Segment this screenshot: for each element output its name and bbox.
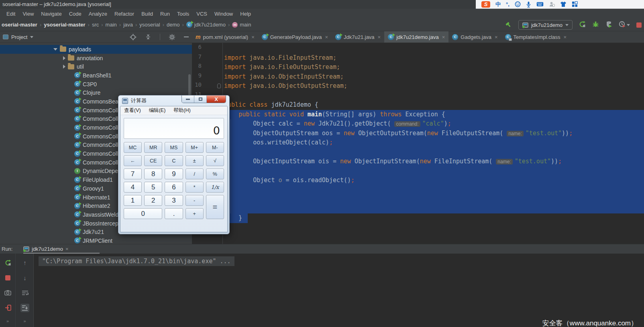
breadcrumb-item[interactable]: ysoserial [139,22,161,28]
menu-item-run[interactable]: Run [157,10,173,18]
calc-button-*[interactable]: * [185,182,204,193]
stop-icon[interactable] [636,22,642,28]
calc-button-2[interactable]: 2 [144,195,162,206]
calc-button-1[interactable]: 1 [124,195,142,206]
editor-tab[interactable]: CGeneratePayload.java× [258,31,332,43]
close-icon[interactable]: × [378,34,381,40]
down-arrow-icon[interactable]: ↓ [20,274,29,282]
calc-button-5[interactable]: 5 [144,182,162,193]
calc-button-C[interactable]: C [165,155,183,166]
breadcrumb-item[interactable]: oserial-master [1,22,38,28]
calc-menu-item[interactable]: 查看(V) [124,107,141,114]
calc-button-9[interactable]: 9 [165,169,183,179]
calc-button-4[interactable]: 4 [124,182,142,193]
punctuation-icon[interactable]: °, [506,1,509,7]
close-icon[interactable]: × [495,34,498,40]
more-chevrons[interactable]: » [23,319,26,323]
calc-button-7[interactable]: 7 [124,169,142,179]
breadcrumb-item[interactable]: ysoserial-master [43,22,86,28]
menu-item-help[interactable]: Help [237,10,254,18]
tree-expanded-arrow[interactable] [53,48,57,51]
code-line[interactable] [192,44,644,53]
project-panel-title[interactable]: Project [11,34,27,40]
calc-button-3[interactable]: 3 [165,195,183,206]
code-line[interactable]: Object o = ois.readObject(); [192,176,644,185]
calc-button-+[interactable]: + [185,208,204,219]
code-line[interactable] [192,148,644,157]
close-icon[interactable]: × [65,246,69,252]
up-arrow-icon[interactable]: ↑ [20,258,29,267]
tree-collapsed-arrow[interactable] [63,65,65,69]
editor-tab[interactable]: CJdk7u21.java× [332,31,384,43]
code-line[interactable]: Object calc = new Jdk7u21().getObject( c… [192,119,644,129]
code-line[interactable]: import java.io.FileInputStream; [192,53,644,63]
code-line[interactable]: } [192,213,644,223]
chinese-mode-icon[interactable]: 中 [495,1,501,8]
code-line[interactable] [192,167,644,176]
tree-row[interactable]: CC3P0 [0,80,192,89]
code-line[interactable]: ObjectInputStream ois = new ObjectInputS… [192,157,644,167]
breadcrumb-item[interactable]: demo [166,22,181,28]
code-line[interactable] [192,204,644,214]
breadcrumb-item[interactable]: Cjdk7u21demo [185,22,226,28]
tree-row[interactable]: CJRMPClient [0,236,192,244]
breadcrumb-item[interactable]: java [122,22,134,28]
collapse-all-icon[interactable] [145,34,151,40]
scroll-to-end-icon[interactable] [20,304,29,313]
minimize-button[interactable] [182,95,194,103]
menu-item-vcs[interactable]: VCS [193,10,210,18]
calculator-titlebar[interactable]: 计算器 X [118,95,229,106]
calc-menu-item[interactable]: 编辑(E) [149,107,166,114]
breadcrumb-item[interactable]: src [91,22,100,28]
emoji-icon[interactable] [515,1,521,7]
calc-button-CE[interactable]: CE [144,155,162,166]
tree-row[interactable]: util [0,62,192,71]
close-icon[interactable]: × [325,34,328,40]
chevron-down-icon[interactable] [30,36,33,38]
exit-icon[interactable] [4,304,12,313]
tree-row[interactable]: payloads [0,45,192,54]
calc-button-M+[interactable]: M+ [185,142,204,153]
calc-button-0[interactable]: 0 [124,208,162,219]
calc-button-.[interactable]: . [165,208,183,219]
editor-tab[interactable]: CTemplatesImpl.class× [501,31,571,43]
code-line[interactable]: public class jdk7u21demo { [192,100,644,110]
grid-icon[interactable] [572,1,578,7]
editor-tab[interactable]: CGadgets.java× [448,31,501,43]
calc-button-8[interactable]: 8 [144,169,162,179]
code-line[interactable]: oos.writeObject(calc); [192,138,644,148]
calc-button-M-[interactable]: M- [206,142,224,153]
code-line[interactable]: public static void main(String[] args) t… [192,110,644,120]
tree-row[interactable]: annotation [0,54,192,63]
calc-menu-item[interactable]: 帮助(H) [173,107,190,114]
keyboard-icon[interactable] [536,2,544,7]
calc-button-1/x[interactable]: 1/x [206,182,224,193]
menu-item-tools[interactable]: Tools [174,10,192,18]
code-line[interactable] [192,91,644,101]
close-icon[interactable]: × [564,34,567,40]
coverage-icon[interactable] [605,21,612,29]
tree-collapsed-arrow[interactable] [63,56,65,60]
locate-icon[interactable] [130,34,137,41]
menu-item-navigate[interactable]: Navigate [38,10,65,18]
run-config-dropdown[interactable]: jdk7u21demo [518,20,573,30]
menu-item-window[interactable]: Window [211,10,236,18]
code-line[interactable]: ObjectOutputStream oos = new ObjectOutpu… [192,129,644,138]
editor-tab[interactable]: Cjdk7u21demo.java× [384,31,448,43]
editor-tab[interactable]: mpom.xml (ysoserial)× [192,31,258,43]
tree-row[interactable]: CBeanShell1 [0,71,192,80]
code-line[interactable] [192,185,644,195]
code-line[interactable]: import java.io.ObjectInputStream; [192,72,644,82]
calc-button-MC[interactable]: MC [124,142,142,153]
close-icon[interactable]: × [251,34,255,40]
close-icon[interactable]: × [442,34,445,40]
build-hammer-icon[interactable] [505,20,512,29]
hide-panel-icon[interactable] [184,37,189,37]
code-line[interactable]: import java.io.ObjectOutputStream; [192,81,644,91]
calc-button-MS[interactable]: MS [165,142,183,153]
chevron-down-icon[interactable] [627,24,630,26]
breadcrumb-item[interactable]: mmain [231,22,252,28]
menu-item-refactor[interactable]: Refactor [111,10,137,18]
settings-gear-icon[interactable] [169,34,175,41]
soft-wrap-icon[interactable] [20,288,29,297]
